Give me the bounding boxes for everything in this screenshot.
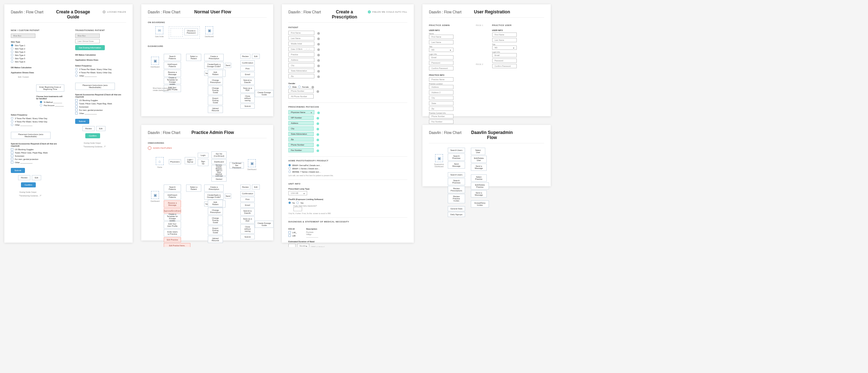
apply-guide-node[interactable]: Create/Apply a Dosage Guide? [204,192,224,200]
search-users-node-2[interactable]: Search Users [448,172,465,177]
search-patients-node[interactable]: Search Patients [164,185,181,192]
patient-city[interactable]: City [288,63,314,68]
first-name-field[interactable]: First Name [492,32,517,37]
send-a-message-node[interactable]: Send a Message [471,164,487,171]
last-name-field[interactable]: Last Name [429,40,454,44]
check-sunscreen[interactable]: Sunscreen [75,105,126,108]
check-for-men-genital-protecti[interactable]: For men, genital protection [75,109,126,111]
option-skin-type-3[interactable]: Skin Type 3 [11,51,64,53]
option-other-[interactable]: Other ___________ [11,123,64,126]
edit-patient-node[interactable]: Edit Patient [208,200,223,207]
upload-records-node[interactable]: Upload Records [208,106,223,113]
send-node[interactable]: Send [225,194,231,199]
email-field[interactable]: Email [429,55,454,60]
choose-password-node[interactable]: Choose a Password [184,28,198,35]
save-pdf-node[interactable]: Save as a PDF [240,86,255,93]
title-select[interactable]: MD [429,48,454,52]
change-guide-node[interactable]: Change Dosing Guide [208,86,223,95]
alt-phone-field[interactable]: Alt Phone Number [288,94,314,99]
submit-button-r[interactable]: Submit [75,119,89,124]
zip-field[interactable]: Zip [429,107,454,111]
login-node[interactable]: Login [198,153,209,158]
physician-fax-number[interactable]: Fax Number [288,148,314,152]
phone-field[interactable]: Phone Number [429,114,454,118]
edit-patient-node[interactable]: Edit Patient [208,70,223,77]
practice-name-field[interactable]: Practice Name [429,77,454,82]
change-rx-node[interactable]: Change Prescription [208,78,223,85]
confirmation-node[interactable]: Confirmation [240,191,255,196]
edit-node[interactable]: Edit [32,175,41,180]
send-node[interactable]: Send [225,63,231,68]
accept-deny-invites-node[interactable]: Accept/Deny Invites [471,200,489,208]
title-select[interactable]: MD [492,45,517,50]
edit-node[interactable]: Edit [252,185,260,190]
review-node[interactable]: Review [18,175,30,180]
icd-l40[interactable]: L40_ [288,231,297,234]
option-skin-type-2[interactable]: Skin Type 2 [11,47,64,50]
check-other-[interactable]: Other ___________ [11,161,64,164]
confirmation-node[interactable]: Confirmation [240,60,255,65]
send-a-message-node-2[interactable]: Send a Message [471,190,487,198]
submit-node[interactable]: Submit [240,104,255,109]
select-practice-node[interactable]: Select Practice [471,174,487,182]
create-dosage-guide-node[interactable]: Create Dosage Guide [255,221,274,228]
search-patients-node[interactable]: Search Patients [164,54,181,61]
option--5056e-7-series-details-[interactable]: $5056E: 7 Series | Details text… [288,170,407,173]
check-for-men-genital-protecti[interactable]: For men, genital protection [11,158,64,160]
check-uv-blocking-goggles[interactable]: UV Blocking Goggles [75,99,126,101]
email-field[interactable]: Email [492,53,517,57]
patient-practice[interactable]: Practice [288,52,314,57]
option-skin-type-1[interactable]: Skin Type 1 [11,44,64,47]
signup-node[interactable]: Sign Up [198,159,209,166]
check-sunscreen[interactable]: Sunscreen [11,155,64,157]
first-name-field[interactable]: First Name [429,35,454,39]
edit-profile-node[interactable]: Edit Your User Profile [164,221,181,229]
flexrx-yes[interactable]: Yes [296,201,304,204]
physicians-node[interactable]: Physicians [169,159,181,164]
search-practices-node[interactable]: Search Practices [448,153,465,161]
send-message-node[interactable]: Send Message [448,161,465,169]
confirm-button-r[interactable]: Confirm [85,133,100,138]
exposures-field[interactable] [293,207,302,211]
review-node[interactable]: Review [240,185,250,190]
option-4-times-per-week-every-o[interactable]: 4 Times Per Week / Every Other Day [11,120,64,123]
lamp-select[interactable]: UVA-NB [288,191,307,195]
option-skin-type-5[interactable]: Skin Type 5 [11,57,64,60]
email-node[interactable]: Email [240,203,255,208]
bluebox-field[interactable]: Blue Box [11,34,35,38]
physician-zip[interactable]: Zip [288,137,314,142]
patient-state-abbreviation[interactable]: State Abbreviation [288,69,314,73]
export-guide-node[interactable]: Export Dosing Guide [208,96,223,105]
option--566h-1-series-details-t[interactable]: $566H: 1 Series | Details text… [288,167,407,170]
patient-date-of-birth[interactable]: Date Of Birth__/__/__ [288,47,314,51]
patient-first-name[interactable]: First Name [288,31,314,35]
patient-address[interactable]: Address [288,58,314,62]
option-3-times-per-week-every-o[interactable]: 3 Times Per Week / Every Other Day [75,68,126,70]
address2-field[interactable]: Address 2 [429,90,454,95]
print-node[interactable]: Print [240,66,255,71]
denied-node[interactable]: Denied [211,177,227,182]
option-skin-type-6[interactable]: Skin Type 6 [11,60,64,63]
physician-npi-number[interactable]: NPI Number [288,116,314,120]
review-prescriptions-node[interactable]: Review Prescriptions [448,186,465,193]
check-towel-pillow-case-paper-[interactable]: Towel, Pillow Case, Paper Bag, Mask [75,102,126,105]
review-invites-node[interactable]: Review Practice Invites [448,194,465,203]
confirm-password-field[interactable]: Confirm Password [429,66,454,70]
review-node[interactable]: Review [240,54,250,59]
email-node[interactable]: Email [240,72,255,77]
submit-node[interactable]: Submit [240,234,255,239]
address-field[interactable]: Address [429,85,454,89]
physician-phone-number[interactable]: Phone Number [288,143,314,147]
patient-last-name[interactable]: Last Name [288,36,314,40]
select-patient-node[interactable]: Select a Patient [186,185,201,192]
password-field[interactable]: Password [429,61,454,65]
patient-middle-initial[interactable]: Middle Initial [288,42,314,46]
edit-practice-node[interactable]: Edit Practice [164,237,181,242]
password-field[interactable]: Password [492,58,517,63]
flexrx-no[interactable]: No [288,201,295,204]
change-guide-node[interactable]: Change Dosing Guide [208,216,223,225]
not-confirmed-node[interactable]: Not Yet (Confirmed) [211,151,227,159]
placement-node-r[interactable]: Placement Instructions (auto filled/edit… [75,83,115,90]
submit-daavlin-node[interactable]: Submit to Daavlin [240,208,255,216]
add-import-node[interactable]: Add/Import Patients [164,62,181,69]
